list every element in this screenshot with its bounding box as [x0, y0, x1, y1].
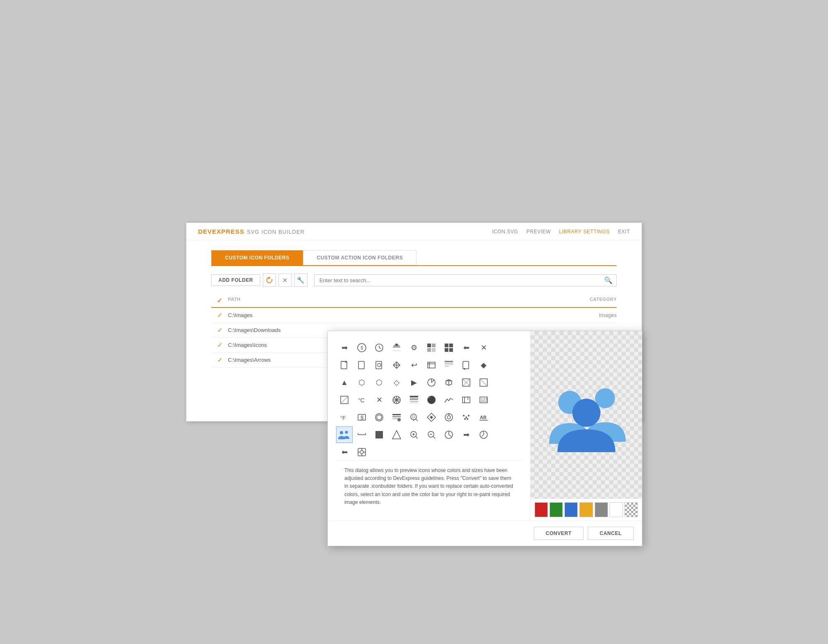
- icon-cell-selected[interactable]: [336, 426, 353, 443]
- icon-cell[interactable]: [371, 409, 387, 426]
- svg-line-40: [480, 379, 487, 386]
- settings-button[interactable]: 🔧: [294, 274, 307, 287]
- row-category-0: Images: [534, 312, 617, 318]
- icon-cell[interactable]: [371, 357, 387, 373]
- table-header: ✓ PATH CATEGORY: [211, 294, 617, 308]
- icon-cell[interactable]: ▶: [406, 374, 422, 391]
- svg-rect-62: [377, 415, 382, 420]
- icon-cell[interactable]: ⬡: [371, 374, 387, 391]
- icon-cell[interactable]: [441, 409, 457, 426]
- header-category: CATEGORY: [534, 297, 617, 305]
- icon-cell[interactable]: [458, 357, 475, 373]
- delete-button[interactable]: ✕: [278, 274, 292, 287]
- icon-cell[interactable]: [371, 426, 387, 443]
- icon-cell[interactable]: ⬅: [458, 339, 475, 356]
- icon-cell[interactable]: [406, 426, 422, 443]
- icon-cell[interactable]: [475, 374, 492, 391]
- icon-cell[interactable]: [371, 339, 387, 356]
- color-red[interactable]: [535, 502, 548, 517]
- convert-button[interactable]: CONVERT: [534, 527, 583, 540]
- search-input[interactable]: [314, 274, 617, 286]
- svg-rect-49: [410, 396, 418, 397]
- color-gray[interactable]: [595, 502, 608, 517]
- icon-cell[interactable]: [353, 444, 370, 460]
- icon-cell[interactable]: AB: [475, 409, 492, 426]
- icon-cell[interactable]: [423, 357, 440, 373]
- icon-cell[interactable]: [336, 392, 353, 408]
- icon-cell[interactable]: ✕: [475, 339, 492, 356]
- icon-cell[interactable]: [336, 357, 353, 373]
- svg-point-74: [448, 414, 450, 415]
- icon-cell[interactable]: [406, 392, 422, 408]
- cancel-button[interactable]: CANCEL: [588, 527, 634, 540]
- icon-cell[interactable]: [388, 357, 405, 373]
- icon-cell[interactable]: ✕: [371, 392, 387, 408]
- icon-cell[interactable]: [441, 357, 457, 373]
- header-path: PATH: [228, 297, 534, 305]
- tab-custom-action-icon-folders[interactable]: CUSTOM ACTION ICON FOLDERS: [303, 250, 416, 265]
- icon-cell[interactable]: [353, 426, 370, 443]
- wrench-icon: 🔧: [297, 276, 305, 284]
- icon-cell[interactable]: ◆: [475, 357, 492, 373]
- icon-cell[interactable]: [458, 374, 475, 391]
- icon-cell[interactable]: [388, 426, 405, 443]
- icon-cell[interactable]: [458, 392, 475, 408]
- icon-cell[interactable]: [441, 374, 457, 391]
- icon-cell[interactable]: $: [353, 339, 370, 356]
- icon-cell[interactable]: [441, 392, 457, 408]
- dialog-body: ➡ $ ⚙: [328, 331, 642, 521]
- refresh-button[interactable]: [263, 274, 276, 287]
- icon-cell[interactable]: 123: [475, 392, 492, 408]
- icon-cell[interactable]: [388, 409, 405, 426]
- icon-cell[interactable]: ⚫: [423, 392, 440, 408]
- icon-cell[interactable]: [423, 339, 440, 356]
- icon-cell[interactable]: [406, 409, 422, 426]
- svg-text:°C: °C: [358, 397, 365, 404]
- icon-cell[interactable]: ↩: [406, 357, 422, 373]
- color-white[interactable]: [610, 502, 623, 517]
- icon-cell[interactable]: [458, 409, 475, 426]
- icon-cell[interactable]: [475, 426, 492, 443]
- icon-cell[interactable]: [423, 374, 440, 391]
- icon-cell[interactable]: ➡: [458, 426, 475, 443]
- icon-cell[interactable]: $: [353, 409, 370, 426]
- tab-custom-icon-folders[interactable]: CUSTOM ICON FOLDERS: [211, 250, 303, 265]
- svg-point-77: [468, 415, 470, 416]
- nav-preview[interactable]: PREVIEW: [526, 229, 551, 235]
- icon-cell[interactable]: [423, 426, 440, 443]
- icon-cell[interactable]: ➡: [336, 339, 353, 356]
- nav-icon-svg[interactable]: ICON.SVG: [492, 229, 518, 235]
- icon-cell[interactable]: ▲: [336, 374, 353, 391]
- icon-cell[interactable]: [388, 339, 405, 356]
- icon-cell[interactable]: [441, 339, 457, 356]
- icon-cell[interactable]: ⬡: [353, 374, 370, 391]
- svg-line-33: [431, 380, 434, 383]
- icon-cell[interactable]: [388, 392, 405, 408]
- color-blue[interactable]: [564, 502, 578, 517]
- svg-rect-24: [445, 361, 453, 362]
- icon-cell[interactable]: ⬅: [336, 444, 353, 460]
- svg-rect-51: [410, 401, 418, 402]
- color-transparent[interactable]: [625, 502, 638, 517]
- nav-library-settings[interactable]: LIBRARY SETTINGS: [559, 229, 610, 235]
- svg-line-101: [482, 435, 484, 436]
- svg-rect-28: [463, 361, 469, 369]
- icon-cell[interactable]: [441, 426, 457, 443]
- header: DEVEXPRESS SVG ICON BUILDER ICON.SVG PRE…: [186, 223, 642, 240]
- icon-cell[interactable]: [423, 409, 440, 426]
- color-yellow[interactable]: [579, 502, 593, 517]
- icon-cell[interactable]: ◇: [388, 374, 405, 391]
- add-folder-button[interactable]: ADD FOLDER: [211, 274, 260, 286]
- svg-point-79: [467, 418, 468, 420]
- color-green[interactable]: [550, 502, 563, 517]
- icon-cell[interactable]: ⚙: [406, 339, 422, 356]
- icon-cell[interactable]: °F: [336, 409, 353, 426]
- table-row[interactable]: ✓ C:\Images Images: [211, 308, 617, 323]
- main-window: DEVEXPRESS SVG ICON BUILDER ICON.SVG PRE…: [186, 223, 642, 421]
- icon-cell[interactable]: °C: [353, 392, 370, 408]
- icon-cell[interactable]: [353, 357, 370, 373]
- svg-point-70: [412, 416, 415, 418]
- svg-text:AB: AB: [480, 415, 487, 420]
- svg-rect-52: [410, 403, 418, 404]
- nav-exit[interactable]: EXIT: [618, 229, 630, 235]
